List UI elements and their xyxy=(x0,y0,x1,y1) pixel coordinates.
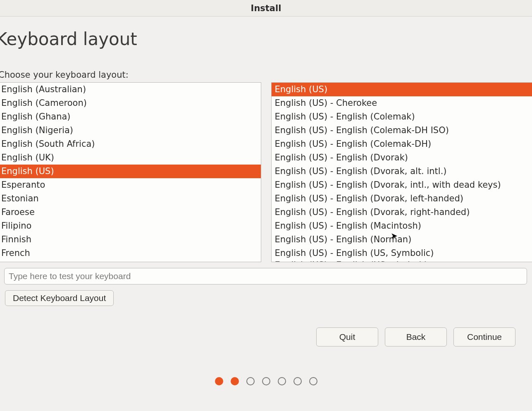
layout-item[interactable]: Esperanto xyxy=(0,178,261,192)
variant-item[interactable]: English (US) - Cherokee xyxy=(272,96,532,110)
layout-item[interactable]: English (South Africa) xyxy=(0,137,261,151)
variant-item[interactable]: English (US) - English (Colemak) xyxy=(272,110,532,124)
layout-list[interactable]: English (Australian)English (Cameroon)En… xyxy=(0,82,261,262)
keyboard-layout-prompt: Choose your keyboard layout: xyxy=(0,70,532,80)
layout-item[interactable]: English (UK) xyxy=(0,151,261,165)
layout-item[interactable]: Faroese xyxy=(0,206,261,219)
layout-item[interactable]: Estonian xyxy=(0,192,261,206)
layout-item[interactable]: English (Cameroon) xyxy=(0,96,261,110)
variant-item[interactable]: English (US) - English (US, Symbolic) xyxy=(272,246,532,260)
layout-item[interactable]: English (Australian) xyxy=(0,83,261,96)
layout-item[interactable]: Finnish xyxy=(0,233,261,246)
back-button[interactable]: Back xyxy=(385,327,447,346)
test-keyboard-input[interactable] xyxy=(4,268,527,284)
variant-item[interactable]: English (US) - English (Dvorak, intl., w… xyxy=(272,178,532,192)
layout-item[interactable]: French xyxy=(0,246,261,260)
window-titlebar: Install xyxy=(0,0,532,17)
progress-dot xyxy=(215,377,223,385)
quit-button[interactable]: Quit xyxy=(316,327,378,346)
nav-button-row: Quit Back Continue xyxy=(316,327,515,346)
variant-item[interactable]: English (US) xyxy=(272,83,532,96)
progress-dot xyxy=(293,377,302,385)
progress-dot xyxy=(309,377,317,385)
continue-button[interactable]: Continue xyxy=(453,327,515,346)
install-window: Install Keyboard layout Choose your keyb… xyxy=(0,0,532,411)
variant-item[interactable]: English (US) - English (Dvorak) xyxy=(272,151,532,165)
variant-item[interactable]: English (US) - English (Dvorak, alt. int… xyxy=(272,165,532,178)
variant-item[interactable]: English (US) - English (Dvorak, right-ha… xyxy=(272,206,532,219)
variant-item[interactable]: English (US) - English (US, alt. intl.) xyxy=(272,260,532,262)
variant-item[interactable]: English (US) - English (Colemak-DH ISO) xyxy=(272,124,532,137)
progress-dot xyxy=(246,377,255,385)
layout-item[interactable]: Filipino xyxy=(0,219,261,233)
layout-item[interactable]: English (Nigeria) xyxy=(0,124,261,137)
variant-item[interactable]: English (US) - English (Norman) xyxy=(272,233,532,246)
detect-keyboard-layout-button[interactable]: Detect Keyboard Layout xyxy=(5,290,114,306)
variant-item[interactable]: English (US) - English (Macintosh) xyxy=(272,219,532,233)
variant-list[interactable]: English (US)English (US) - CherokeeEngli… xyxy=(271,82,532,262)
layout-lists-row: English (Australian)English (Cameroon)En… xyxy=(0,82,532,262)
page-title: Keyboard layout xyxy=(0,29,532,49)
progress-dots xyxy=(0,377,532,385)
window-title: Install xyxy=(251,3,282,13)
progress-dot xyxy=(262,377,270,385)
progress-dot xyxy=(278,377,286,385)
layout-item[interactable]: English (US) xyxy=(0,165,261,178)
layout-item[interactable]: English (Ghana) xyxy=(0,110,261,124)
variant-item[interactable]: English (US) - English (Colemak-DH) xyxy=(272,137,532,151)
content-area: Keyboard layout Choose your keyboard lay… xyxy=(0,17,532,306)
progress-dot xyxy=(231,377,239,385)
variant-item[interactable]: English (US) - English (Dvorak, left-han… xyxy=(272,192,532,206)
